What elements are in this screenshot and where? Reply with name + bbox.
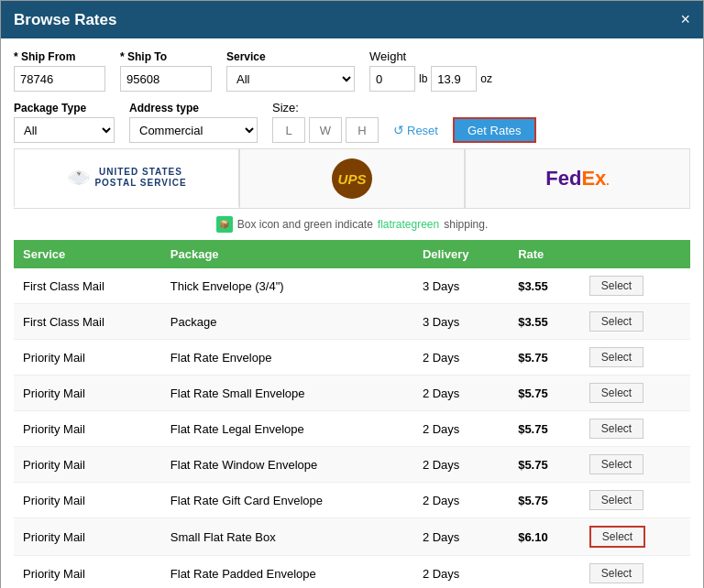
size-l-input[interactable] [272, 117, 305, 143]
select-button[interactable]: Select [589, 311, 644, 332]
cell-action: Select [580, 483, 690, 518]
table-row: Priority MailFlat Rate Padded Envelope2 … [14, 556, 690, 589]
ship-to-label: * Ship To [120, 50, 212, 63]
cell-delivery: 2 Days [413, 556, 509, 589]
select-button[interactable]: Select [589, 490, 644, 510]
size-group: Size: [272, 101, 379, 143]
cell-rate: $3.55 [509, 304, 580, 340]
modal-header: Browse Rates × [1, 1, 703, 38]
table-row: Priority MailSmall Flat Rate Box2 Days$6… [14, 518, 690, 556]
rates-tbody: First Class MailThick Envelope (3/4")3 D… [14, 268, 690, 588]
size-label: Size: [272, 101, 379, 114]
weight-oz-unit: oz [480, 72, 492, 85]
cell-action: Select [580, 376, 690, 411]
modal-body: * Ship From * Ship To Service All Weight… [1, 38, 703, 588]
cell-rate: $5.75 [509, 447, 580, 483]
reset-icon: ↺ [393, 123, 404, 137]
ship-to-group: * Ship To [120, 50, 212, 92]
flatrate-icon: 📦 [216, 216, 233, 233]
rates-table: Service Package Delivery Rate First Clas… [14, 240, 690, 588]
flatrate-notice: 📦 Box icon and green indicate flatrategr… [14, 216, 690, 233]
select-button[interactable]: Select [589, 276, 644, 296]
table-row: Priority MailFlat Rate Gift Card Envelop… [14, 483, 690, 518]
col-delivery: Delivery [413, 240, 509, 268]
flatrate-text-after: shipping. [444, 218, 488, 231]
cell-package: Flat Rate Legal Envelope [161, 411, 413, 447]
package-type-group: Package Type All [14, 102, 115, 143]
cell-rate: $6.10 [509, 518, 580, 556]
cell-rate: $5.75 [509, 340, 580, 376]
select-button[interactable]: Select [589, 383, 644, 403]
cell-action: Select [580, 518, 690, 556]
package-type-select[interactable]: All [14, 117, 115, 143]
weight-lb-unit: lb [419, 72, 427, 85]
select-button[interactable]: Select [589, 563, 644, 583]
cell-rate: $5.75 [509, 483, 580, 518]
weight-inputs: lb oz [369, 66, 492, 92]
usps-logo: 🦅 UNITED STATES POSTAL SERVICE [66, 165, 186, 191]
form-row-1: * Ship From * Ship To Service All Weight… [14, 49, 690, 92]
table-row: Priority MailFlat Rate Window Envelope2 … [14, 447, 690, 483]
ship-from-group: * Ship From [14, 50, 105, 92]
ups-tab[interactable]: UPS [239, 148, 465, 208]
select-button[interactable]: Select [589, 454, 644, 474]
ship-from-label: * Ship From [14, 50, 105, 63]
cell-package: Flat Rate Small Envelope [161, 376, 413, 411]
select-button[interactable]: Select [589, 526, 645, 548]
close-button[interactable]: × [680, 10, 690, 29]
cell-delivery: 2 Days [413, 483, 509, 518]
table-row: Priority MailFlat Rate Legal Envelope2 D… [14, 411, 690, 447]
address-type-label: Address type [129, 102, 258, 114]
service-group: Service All [226, 50, 355, 92]
select-button[interactable]: Select [589, 419, 644, 439]
cell-delivery: 2 Days [413, 376, 509, 411]
size-w-input[interactable] [309, 117, 342, 143]
reset-button[interactable]: ↺ Reset [393, 117, 438, 143]
cell-rate [509, 556, 580, 589]
cell-action: Select [580, 268, 690, 304]
cell-service: First Class Mail [14, 268, 161, 304]
cell-delivery: 3 Days [413, 268, 509, 304]
col-service: Service [14, 240, 161, 268]
cell-service: First Class Mail [14, 304, 161, 340]
col-action [580, 240, 690, 268]
cell-service: Priority Mail [14, 376, 161, 411]
table-row: Priority MailFlat Rate Small Envelope2 D… [14, 376, 690, 411]
weight-label: Weight [369, 49, 492, 63]
weight-oz-input[interactable] [431, 66, 477, 92]
cell-package: Package [161, 304, 413, 340]
fedex-tab[interactable]: FedEx. [465, 148, 690, 208]
ship-to-input[interactable] [120, 66, 212, 92]
flatrate-text-before: Box icon and green indicate [237, 218, 373, 231]
browse-rates-modal: Browse Rates × * Ship From * Ship To Ser… [0, 0, 704, 588]
fedex-logo: FedEx. [545, 167, 609, 191]
get-rates-button[interactable]: Get Rates [453, 117, 536, 143]
cell-package: Thick Envelope (3/4") [161, 268, 413, 304]
cell-package: Flat Rate Envelope [161, 340, 413, 376]
weight-lb-input[interactable] [369, 66, 415, 92]
form-row-2: Package Type All Address type Commercial… [14, 101, 690, 143]
cell-rate: $5.75 [509, 376, 580, 411]
size-inputs [272, 117, 379, 143]
cell-delivery: 2 Days [413, 340, 509, 376]
usps-text: UNITED STATES POSTAL SERVICE [94, 167, 186, 189]
cell-package: Flat Rate Window Envelope [161, 447, 413, 483]
col-package: Package [161, 240, 413, 268]
cell-rate: $3.55 [509, 268, 580, 304]
cell-action: Select [580, 447, 690, 483]
select-button[interactable]: Select [589, 347, 644, 367]
cell-delivery: 2 Days [413, 447, 509, 483]
cell-service: Priority Mail [14, 556, 161, 589]
usps-tab[interactable]: 🦅 UNITED STATES POSTAL SERVICE [14, 148, 239, 208]
address-type-select[interactable]: Commercial Residential [129, 117, 258, 143]
cell-service: Priority Mail [14, 483, 161, 518]
cell-action: Select [580, 556, 690, 589]
cell-service: Priority Mail [14, 447, 161, 483]
flatrate-link[interactable]: flatrategreen [378, 218, 439, 231]
ship-from-input[interactable] [14, 66, 105, 92]
cell-package: Flat Rate Gift Card Envelope [161, 483, 413, 518]
size-h-input[interactable] [346, 117, 379, 143]
cell-package: Small Flat Rate Box [161, 518, 413, 556]
service-select[interactable]: All [226, 66, 355, 92]
reset-label: Reset [407, 124, 438, 137]
